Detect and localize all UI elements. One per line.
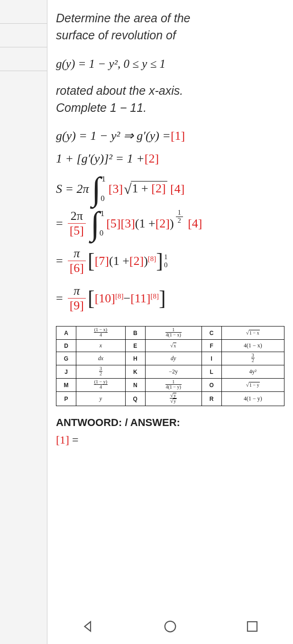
opt-val-B: 14(1 − x) [145,327,201,340]
blank-1: [1] [171,129,185,143]
frac-num: 2π [69,209,85,223]
coeff-fraction-2: π [6] [68,246,86,275]
opt-val-P: y [76,392,126,406]
opt-key: F [201,340,221,352]
opt-key: J [56,365,76,379]
answer-line-1: [1] = [56,434,284,446]
opt-val-M: (1 − y)4 [76,379,126,392]
opt-val-N: 14(1 − y) [145,379,201,392]
opt-val-J: 32 [76,365,126,379]
opt-key: G [56,352,76,365]
page-root: Determine the area of the surface of rev… [0,0,293,644]
blank-4b: [4] [188,217,202,231]
left-bracket: [ [88,249,95,273]
back-icon[interactable] [81,619,95,635]
table-row: M (1 − y)4 N 14(1 − y) O 1 − y [56,379,284,392]
opt-val-D: x [76,340,126,352]
opt-key: D [56,340,76,352]
step-2: 1 + [g′(y)]² = 1 + [2] [56,152,284,166]
opt-val-R: 4(1 − y) [221,392,284,406]
int-upper: 1 [101,211,105,217]
step2-lhs: 1 + [g′(y)]² = 1 + [56,152,145,166]
S-label: S = 2π [56,182,89,196]
opt-key: L [201,365,221,379]
sidebar-block [0,24,47,47]
blank-5: [5] [68,223,86,238]
opt-val-C: 1 − x [221,327,284,340]
recent-icon[interactable] [245,619,259,635]
pi: π [72,246,82,261]
equation-text: g(y) = 1 − y², 0 ≤ y ≤ 1 [56,57,165,70]
minus: − [123,291,130,306]
opt-key: H [125,352,145,365]
sqrt-inner-const: 1 + [132,181,152,195]
opt-val-G: dx [76,352,126,365]
opt-val-A: (1 − x)4 [76,327,126,340]
problem-line: Determine the area of the [56,9,284,27]
integral-symbol: ∫ 1 0 [92,177,101,200]
eval-limits: 1 0 [164,253,168,269]
step-4: = 2π [5] ∫ 1 0 [5][3](1 + [2]) 1 2 [56,209,284,238]
answer-heading: ANTWOORD: / ANSWER: [56,417,284,429]
blank-9: [9] [68,298,86,313]
android-navbar [47,611,293,644]
opt-key: B [125,327,145,340]
problem-line: Complete 1 − 11. [56,99,284,116]
final-bracket: [ [10] [8] − [11] [8] ] [88,286,166,310]
eval-bot: 0 [164,261,168,269]
blank-11: [11] [130,291,150,306]
table-row: P y Q yy R 4(1 − y) [56,392,284,406]
opt-key: A [56,327,76,340]
exp-half: 1 2 [176,209,183,225]
content-area: Determine the area of the surface of rev… [47,0,293,644]
opt-key: O [201,379,221,392]
problem-line: surface of revolution of [56,27,284,44]
right-bracket-2: ] [159,286,166,310]
opt-key: R [201,392,221,406]
svg-point-0 [165,621,176,632]
blank-6: [6] [68,261,86,275]
step-3: S = 2π ∫ 1 0 [3] 1 + [2] [4] [56,177,284,200]
opt-key: I [201,352,221,365]
answer-blank-1: [1] [56,434,69,446]
opt-key: K [125,365,145,379]
blank-8c: [8] [151,292,159,300]
opt-key: N [125,379,145,392]
home-icon[interactable] [163,619,177,635]
table-row: D x E x F 4(1 − x) [56,340,284,352]
opt-key: P [56,392,76,406]
problem-equation: g(y) = 1 − y², 0 ≤ y ≤ 1 [56,54,284,73]
blank-2d: [2] [129,254,144,268]
svg-rect-1 [247,622,257,631]
blank-2: [2] [145,152,159,166]
opt-val-L: 4y² [221,365,284,379]
blank-3: [3] [109,182,123,196]
opt-val-K: −2y [145,365,201,379]
int-lower: 0 [101,196,105,201]
blank-7: [7] [95,254,109,268]
exp-den: 2 [176,217,183,225]
int-lower: 0 [100,230,104,236]
table-row: A (1 − x)4 B 14(1 − x) C 1 − x [56,327,284,340]
opt-val-O: 1 − y [221,379,284,392]
exp-num: 1 [176,209,183,217]
eval-bracket: [ [7] (1 + [2]) [8] ] 1 0 [88,249,167,273]
table-row: G dx H dy I 32 [56,352,284,365]
pi-2: π [72,284,82,298]
answer-eq: = [69,434,79,446]
table-row: J 32 K −2y L 4y² [56,365,284,379]
opt-val-F: 4(1 − x) [221,340,284,352]
blank-8b: [8] [115,292,124,300]
coeff-fraction-3: π [9] [68,284,86,313]
opt-key: E [125,340,145,352]
int-upper: 1 [101,176,106,182]
step-1: g(y) = 1 − y² ⇒ g′(y) = [1] [56,128,284,143]
solution-block: g(y) = 1 − y² ⇒ g′(y) = [1] 1 + [g′(y)]²… [56,128,284,313]
opt-val-Q: yy [145,392,201,406]
opt-val-E: x [145,340,201,352]
integral-symbol-2: ∫ 1 0 [91,212,100,235]
integral-icon: ∫ 1 0 [91,212,100,235]
sidebar-block [0,0,47,24]
blank-2b: [2] [151,181,165,195]
opt-key: Q [125,392,145,406]
